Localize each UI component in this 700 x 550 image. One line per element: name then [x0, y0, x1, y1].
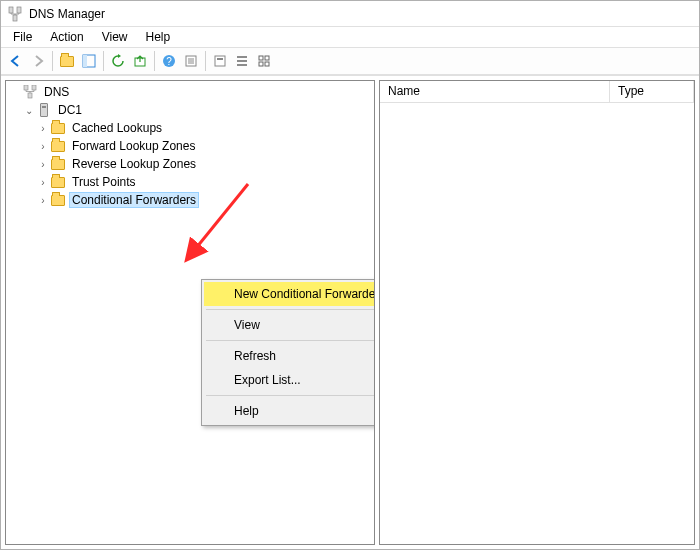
- ctx-item-label: Refresh: [234, 349, 276, 363]
- column-type[interactable]: Type: [610, 81, 694, 102]
- tree-pane[interactable]: DNS ⌄ DC1 › Cached Lookups › Forward Loo…: [5, 80, 375, 545]
- main-body: DNS ⌄ DC1 › Cached Lookups › Forward Loo…: [1, 75, 699, 549]
- expand-icon[interactable]: ›: [36, 159, 50, 170]
- svg-rect-4: [83, 55, 87, 67]
- tree-item-cached-lookups[interactable]: › Cached Lookups: [6, 119, 374, 137]
- dns-tree: DNS ⌄ DC1 › Cached Lookups › Forward Loo…: [6, 81, 374, 211]
- tree-root-label: DNS: [42, 85, 71, 99]
- ctx-separator: [206, 309, 375, 310]
- ctx-separator: [206, 340, 375, 341]
- expand-icon[interactable]: ›: [36, 195, 50, 206]
- ctx-item-label: Help: [234, 404, 259, 418]
- tree-root-dns[interactable]: DNS: [6, 83, 374, 101]
- nav-back-button[interactable]: [5, 50, 27, 72]
- tree-item-label: Reverse Lookup Zones: [70, 157, 198, 171]
- tree-server-label: DC1: [56, 103, 84, 117]
- filter-button[interactable]: [209, 50, 231, 72]
- tree-item-trust-points[interactable]: › Trust Points: [6, 173, 374, 191]
- svg-rect-2: [13, 15, 17, 21]
- view-details-button[interactable]: [253, 50, 275, 72]
- window-title: DNS Manager: [29, 7, 105, 21]
- up-level-button[interactable]: [56, 50, 78, 72]
- folder-icon: [50, 174, 66, 190]
- ctx-item-label: New Conditional Forwarder...: [234, 287, 375, 301]
- ctx-item-label: Export List...: [234, 373, 301, 387]
- menu-file[interactable]: File: [5, 29, 40, 45]
- ctx-new-conditional-forwarder[interactable]: New Conditional Forwarder...: [204, 282, 375, 306]
- folder-icon: [50, 138, 66, 154]
- tree-item-forward-lookup-zones[interactable]: › Forward Lookup Zones: [6, 137, 374, 155]
- expand-icon[interactable]: ⌄: [22, 105, 36, 116]
- list-pane[interactable]: Name Type: [379, 80, 695, 545]
- show-hide-tree-button[interactable]: [78, 50, 100, 72]
- refresh-button[interactable]: [107, 50, 129, 72]
- nav-forward-button[interactable]: [27, 50, 49, 72]
- dns-app-icon: [7, 6, 23, 22]
- view-list-button[interactable]: [231, 50, 253, 72]
- export-button[interactable]: [129, 50, 151, 72]
- svg-rect-21: [24, 85, 28, 90]
- dns-root-icon: [22, 84, 38, 100]
- svg-rect-23: [28, 93, 32, 98]
- folder-icon: [50, 192, 66, 208]
- svg-rect-13: [217, 58, 223, 60]
- ctx-export-list[interactable]: Export List...: [204, 368, 375, 392]
- help-button[interactable]: ?: [158, 50, 180, 72]
- tree-item-reverse-lookup-zones[interactable]: › Reverse Lookup Zones: [6, 155, 374, 173]
- svg-rect-17: [259, 56, 263, 60]
- folder-icon: [60, 56, 74, 67]
- folder-icon: [50, 120, 66, 136]
- tree-item-label: Cached Lookups: [70, 121, 164, 135]
- tree-item-conditional-forwarders[interactable]: › Conditional Forwarders: [6, 191, 374, 209]
- list-body-empty: [380, 103, 694, 544]
- properties-button[interactable]: [180, 50, 202, 72]
- server-icon: [36, 102, 52, 118]
- context-menu: New Conditional Forwarder... View ▶ Refr…: [201, 279, 375, 426]
- svg-rect-19: [259, 62, 263, 66]
- ctx-help[interactable]: Help: [204, 399, 375, 423]
- ctx-view[interactable]: View ▶: [204, 313, 375, 337]
- expand-icon[interactable]: ›: [36, 123, 50, 134]
- svg-text:?: ?: [166, 56, 172, 67]
- expand-icon[interactable]: ›: [36, 141, 50, 152]
- toolbar: ?: [1, 47, 699, 75]
- expand-icon[interactable]: ›: [36, 177, 50, 188]
- dns-manager-window: DNS Manager File Action View Help ?: [0, 0, 700, 550]
- column-name[interactable]: Name: [380, 81, 610, 102]
- svg-rect-22: [32, 85, 36, 90]
- tree-item-label: Forward Lookup Zones: [70, 139, 197, 153]
- ctx-separator: [206, 395, 375, 396]
- folder-icon: [50, 156, 66, 172]
- ctx-item-label: View: [234, 318, 260, 332]
- ctx-refresh[interactable]: Refresh: [204, 344, 375, 368]
- list-header: Name Type: [380, 81, 694, 103]
- menubar: File Action View Help: [1, 27, 699, 47]
- tree-server-dc1[interactable]: ⌄ DC1: [6, 101, 374, 119]
- menu-view[interactable]: View: [94, 29, 136, 45]
- tree-item-label: Trust Points: [70, 175, 138, 189]
- svg-rect-0: [9, 7, 13, 13]
- svg-rect-1: [17, 7, 21, 13]
- svg-rect-18: [265, 56, 269, 60]
- svg-rect-20: [265, 62, 269, 66]
- tree-item-label: Conditional Forwarders: [70, 193, 198, 207]
- titlebar: DNS Manager: [1, 1, 699, 27]
- menu-action[interactable]: Action: [42, 29, 91, 45]
- svg-rect-12: [215, 56, 225, 66]
- menu-help[interactable]: Help: [138, 29, 179, 45]
